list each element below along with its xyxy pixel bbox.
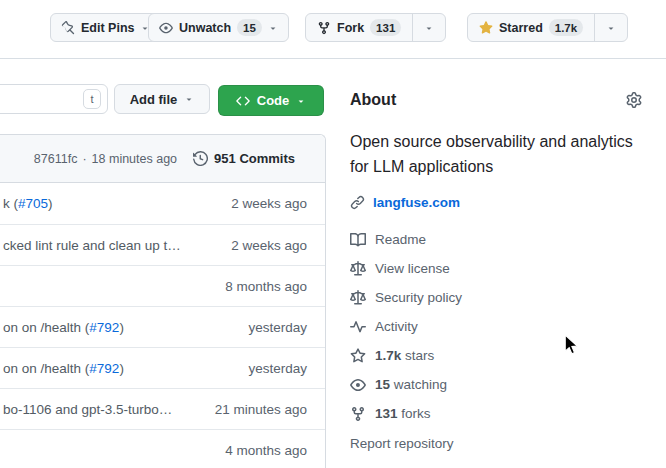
add-file-button[interactable]: Add file bbox=[114, 84, 210, 114]
triangle-down-icon bbox=[424, 23, 434, 33]
watchers-count-badge: 15 bbox=[237, 19, 262, 36]
gear-icon bbox=[626, 92, 642, 108]
stars-link[interactable]: 1.7k stars bbox=[350, 341, 652, 370]
issue-link[interactable]: #792 bbox=[89, 320, 119, 335]
watching-link[interactable]: 15 watching bbox=[350, 370, 652, 399]
file-table: 87611fc · 18 minutes ago 951 Commits k (… bbox=[0, 134, 326, 468]
fork-button-group: Fork 131 bbox=[305, 13, 446, 42]
triangle-down-icon bbox=[184, 94, 194, 104]
star-dropdown-button[interactable] bbox=[594, 14, 627, 41]
about-section: About Open source observability and anal… bbox=[350, 84, 652, 468]
fork-count-badge: 131 bbox=[370, 19, 401, 36]
commit-date: 21 minutes ago bbox=[215, 402, 307, 417]
fork-icon bbox=[317, 21, 331, 35]
unwatch-button[interactable]: Unwatch 15 bbox=[148, 13, 289, 42]
commit-history-link[interactable]: 951 Commits bbox=[193, 151, 295, 166]
commit-message[interactable]: on on /health (#792) bbox=[3, 361, 238, 376]
commit-message[interactable]: on on /health (#792) bbox=[3, 320, 238, 335]
edit-pins-label: Edit Pins bbox=[81, 21, 134, 35]
commit-date: 4 months ago bbox=[225, 443, 307, 458]
activity-link[interactable]: Activity bbox=[350, 312, 652, 341]
watching-count: 15 bbox=[375, 377, 390, 392]
fork-label: Fork bbox=[337, 21, 364, 35]
star-count-badge: 1.7k bbox=[549, 19, 583, 36]
file-table-row[interactable]: on on /health (#792) yesterday bbox=[0, 347, 325, 388]
file-table-row[interactable]: 8 months ago bbox=[0, 265, 325, 306]
forks-count: 131 bbox=[375, 406, 398, 421]
repo-settings-button[interactable] bbox=[626, 91, 644, 109]
commit-message[interactable]: bo-1106 and gpt-3.5-turbo… bbox=[3, 402, 205, 417]
eye-icon bbox=[159, 21, 173, 35]
about-links-list: Readme View license Security policy Acti… bbox=[350, 225, 652, 428]
fork-icon bbox=[350, 406, 366, 422]
commit-sha[interactable]: 87611fc bbox=[34, 152, 78, 166]
commit-date: 2 weeks ago bbox=[231, 238, 307, 253]
code-icon bbox=[236, 94, 250, 108]
issue-link[interactable]: #705 bbox=[18, 196, 48, 211]
readme-link[interactable]: Readme bbox=[350, 225, 652, 254]
starred-label: Starred bbox=[499, 21, 543, 35]
header-divider bbox=[0, 58, 666, 59]
commit-message[interactable]: k (#705) bbox=[3, 196, 221, 211]
latest-commit-bar: 87611fc · 18 minutes ago 951 Commits bbox=[0, 135, 325, 183]
add-file-label: Add file bbox=[130, 92, 178, 107]
book-icon bbox=[350, 232, 366, 248]
report-repository-link[interactable]: Report repository bbox=[350, 436, 454, 451]
unwatch-label: Unwatch bbox=[179, 21, 231, 35]
file-table-row[interactable]: cked lint rule and clean up t… 2 weeks a… bbox=[0, 224, 325, 265]
star-button-group: Starred 1.7k bbox=[467, 13, 628, 42]
code-button[interactable]: Code bbox=[218, 85, 324, 116]
website-link[interactable]: langfuse.com bbox=[373, 195, 460, 210]
fork-dropdown-button[interactable] bbox=[412, 14, 445, 41]
star-icon bbox=[350, 348, 366, 364]
file-table-row[interactable]: 4 months ago bbox=[0, 429, 325, 468]
commit-date: yesterday bbox=[248, 320, 307, 335]
link-icon bbox=[350, 195, 365, 210]
pin-icon bbox=[61, 21, 75, 35]
commit-date: 2 weeks ago bbox=[231, 196, 307, 211]
stars-count: 1.7k bbox=[375, 348, 401, 363]
keyboard-shortcut-hint: t bbox=[83, 89, 101, 109]
pulse-icon bbox=[350, 319, 366, 335]
security-policy-link[interactable]: Security policy bbox=[350, 283, 652, 312]
commit-message[interactable]: cked lint rule and clean up t… bbox=[3, 238, 221, 253]
commit-time: 18 minutes ago bbox=[92, 152, 177, 166]
fork-button[interactable]: Fork 131 bbox=[306, 14, 412, 41]
issue-link[interactable]: #792 bbox=[89, 361, 119, 376]
star-fill-icon bbox=[479, 21, 493, 35]
starred-button[interactable]: Starred 1.7k bbox=[468, 14, 594, 41]
repo-description: Open source observability and analytics … bbox=[350, 129, 652, 179]
file-table-row[interactable]: bo-1106 and gpt-3.5-turbo… 21 minutes ag… bbox=[0, 388, 325, 429]
forks-link[interactable]: 131 forks bbox=[350, 399, 652, 428]
code-label: Code bbox=[257, 93, 290, 108]
law-icon bbox=[350, 290, 366, 306]
file-table-row[interactable]: k (#705) 2 weeks ago bbox=[0, 183, 325, 224]
history-icon bbox=[193, 151, 208, 166]
commit-separator: · bbox=[82, 152, 86, 166]
triangle-down-icon bbox=[268, 23, 278, 33]
eye-icon bbox=[350, 377, 366, 393]
website-row: langfuse.com bbox=[350, 195, 460, 210]
law-icon bbox=[350, 261, 366, 277]
view-license-link[interactable]: View license bbox=[350, 254, 652, 283]
edit-pins-button[interactable]: Edit Pins bbox=[50, 13, 161, 42]
triangle-down-icon bbox=[606, 23, 616, 33]
file-table-row[interactable]: on on /health (#792) yesterday bbox=[0, 306, 325, 347]
about-title: About bbox=[350, 91, 396, 109]
commit-date: yesterday bbox=[248, 361, 307, 376]
commits-count-label: 951 Commits bbox=[214, 151, 295, 166]
commit-date: 8 months ago bbox=[225, 279, 307, 294]
latest-commit-meta[interactable]: 87611fc · 18 minutes ago bbox=[34, 152, 177, 166]
triangle-down-icon bbox=[296, 96, 306, 106]
